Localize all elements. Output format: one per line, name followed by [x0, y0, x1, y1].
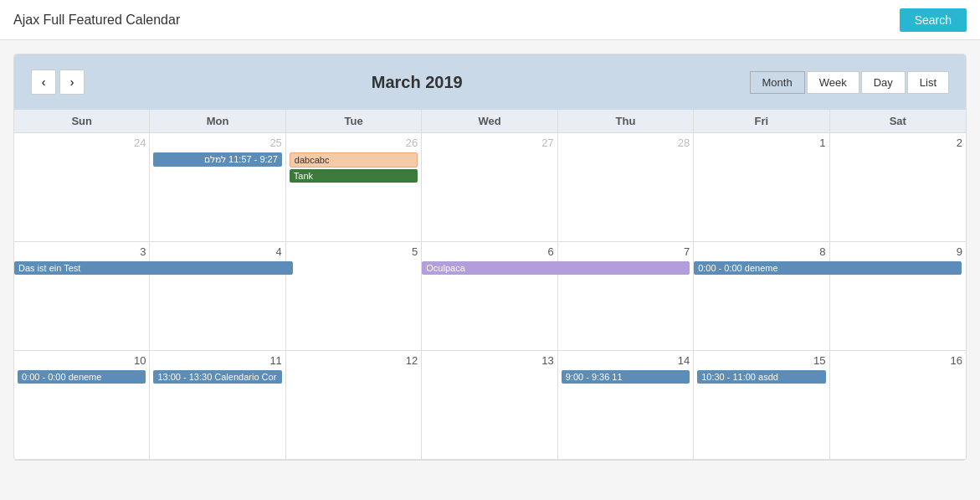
dow-fri: Fri: [694, 110, 829, 132]
day-number: 4: [153, 245, 281, 258]
day-number: 10: [18, 354, 146, 367]
day-number: 1: [697, 137, 825, 149]
day-number: 28: [562, 137, 690, 149]
view-buttons: Month Week Day List: [750, 71, 950, 94]
event[interactable]: 10:30 - 11:00 asdd: [697, 370, 825, 384]
day-number: 11: [153, 354, 281, 367]
event[interactable]: 13:00 - 13:30 Calendario Cor: [153, 370, 281, 384]
day-number: 26: [290, 137, 418, 149]
cal-cell-6[interactable]: 6 Oculpaca: [422, 242, 557, 351]
cal-cell-8[interactable]: 8 0:00 - 0:00 deneme: [694, 242, 829, 351]
dow-sun: Sun: [14, 110, 150, 132]
top-bar: Ajax Full Featured Calendar Search: [0, 0, 980, 40]
event[interactable]: Das ist ein Test: [14, 261, 293, 275]
dow-wed: Wed: [422, 110, 557, 132]
view-week-button[interactable]: Week: [807, 71, 859, 94]
cal-cell-3[interactable]: 3 Das ist ein Test: [14, 242, 150, 351]
days-of-week-row: Sun Mon Tue Wed Thu Fri Sat: [14, 110, 966, 133]
next-button[interactable]: ›: [59, 70, 85, 95]
calendar: ‹ › March 2019 Month Week Day List Sun M…: [13, 54, 967, 461]
prev-button[interactable]: ‹: [31, 70, 56, 95]
day-number: 6: [425, 245, 553, 258]
day-number: 5: [290, 245, 418, 258]
view-month-button[interactable]: Month: [750, 71, 805, 94]
cal-cell-15[interactable]: 15 10:30 - 11:00 asdd: [694, 351, 829, 460]
cal-cell-10[interactable]: 10 0:00 - 0:00 deneme: [14, 351, 150, 460]
search-button[interactable]: Search: [900, 8, 967, 32]
cal-cell-16[interactable]: 16: [830, 351, 966, 460]
day-number: 8: [697, 245, 825, 258]
day-number: 14: [562, 354, 690, 367]
cal-cell-5[interactable]: 5: [286, 242, 422, 351]
cal-cell-13[interactable]: 13: [422, 351, 557, 460]
day-number: 27: [425, 137, 553, 149]
event[interactable]: 9:27 - 11:57 למלם: [153, 152, 281, 167]
day-number: 12: [290, 354, 418, 367]
cal-cell-1[interactable]: 1: [694, 133, 829, 242]
view-list-button[interactable]: List: [907, 71, 949, 94]
calendar-nav: ‹ ›: [31, 70, 85, 95]
calendar-header: ‹ › March 2019 Month Week Day List: [14, 54, 966, 110]
event[interactable]: 0:00 - 0:00 deneme: [694, 261, 962, 275]
dow-mon: Mon: [150, 110, 285, 132]
day-number: 2: [834, 137, 962, 149]
event[interactable]: Tank: [290, 169, 418, 183]
cal-cell-11[interactable]: 11 13:00 - 13:30 Calendario Cor: [150, 351, 285, 460]
cal-cell-28[interactable]: 28: [558, 133, 694, 242]
cal-cell-9[interactable]: 9: [830, 242, 966, 351]
day-number: 16: [834, 354, 962, 367]
day-number: 3: [18, 245, 146, 258]
calendar-title: March 2019: [372, 73, 463, 92]
day-number: 9: [834, 245, 962, 258]
cal-cell-14[interactable]: 14 9:00 - 9:36 11: [558, 351, 694, 460]
dow-tue: Tue: [286, 110, 422, 132]
app-title: Ajax Full Featured Calendar: [13, 13, 180, 28]
event[interactable]: 0:00 - 0:00 deneme: [18, 370, 146, 384]
dow-sat: Sat: [830, 110, 966, 132]
cal-cell-26[interactable]: 26 dabcabc Tank: [286, 133, 422, 242]
day-number: 13: [425, 354, 553, 367]
event[interactable]: Oculpaca: [422, 261, 690, 275]
event[interactable]: dabcabc: [290, 152, 418, 168]
cal-cell-4[interactable]: 4: [150, 242, 285, 351]
day-number: 15: [697, 354, 825, 367]
cal-cell-25[interactable]: 25 9:27 - 11:57 למלם: [150, 133, 285, 242]
cal-cell-24[interactable]: 24: [14, 133, 150, 242]
day-number: 7: [562, 245, 690, 258]
day-number: 25: [153, 137, 281, 149]
cal-cell-27[interactable]: 27: [422, 133, 557, 242]
event[interactable]: 9:00 - 9:36 11: [562, 370, 690, 384]
cal-cell-2[interactable]: 2: [830, 133, 966, 242]
calendar-grid: 24 25 9:27 - 11:57 למלם 26 dabcabc Tank …: [14, 133, 966, 460]
dow-thu: Thu: [558, 110, 694, 132]
day-number: 24: [18, 137, 146, 149]
cal-cell-12[interactable]: 12: [286, 351, 422, 460]
view-day-button[interactable]: Day: [861, 71, 906, 94]
cal-cell-7[interactable]: 7: [558, 242, 694, 351]
